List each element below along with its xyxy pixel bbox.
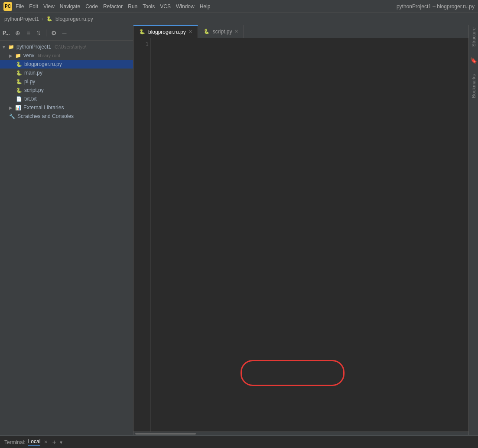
- tree-item-venv[interactable]: ▶ 📁 venv library root: [0, 51, 133, 60]
- py-icon-main: 🐍: [16, 69, 23, 76]
- tab-blogproger[interactable]: 🐍 blogproger.ru.py ✕: [133, 25, 198, 38]
- terminal-panel: Terminal: Local ✕ + ▾ Windows PowerShell…: [0, 435, 478, 448]
- menu-bar: File Edit View Navigate Code Refactor Ru…: [16, 3, 210, 10]
- menu-view[interactable]: View: [43, 3, 55, 10]
- tree-item-ext-libs[interactable]: ▶ 📊 External Libraries: [0, 103, 133, 112]
- tree-arrow-venv: ▶: [9, 53, 13, 58]
- tree-arrow-ext: ▶: [9, 105, 13, 110]
- tab-py-icon-1: 🐍: [139, 29, 146, 36]
- tree-main-name: main.py: [24, 70, 42, 76]
- app-logo: PC: [3, 2, 12, 11]
- folder-icon-root: 📁: [8, 43, 15, 50]
- tree-root-path: C:\Users\artyo\: [55, 44, 86, 49]
- line-numbers: 1: [133, 38, 151, 432]
- terminal-local-tab[interactable]: Local: [28, 438, 41, 446]
- project-toolbar: P... ⊕ ≡ ⥮ ⚙ ─: [0, 25, 133, 41]
- tree-scratches-name: Scratches and Consoles: [17, 113, 74, 119]
- folder-icon-venv: 📁: [15, 52, 22, 59]
- terminal-tab-menu[interactable]: ▾: [60, 439, 62, 445]
- editor-content: 1: [133, 38, 468, 432]
- tree-item-pi[interactable]: 🐍 pi.py: [0, 77, 133, 86]
- tab-close-2[interactable]: ✕: [234, 29, 238, 34]
- file-tree: ▼ 📁 pythonProject1 C:\Users\artyo\ ▶ 📁 v…: [0, 41, 133, 435]
- menu-edit[interactable]: Edit: [29, 3, 38, 10]
- scroll-thumb[interactable]: [135, 433, 196, 435]
- horizontal-scrollbar[interactable]: [133, 432, 468, 435]
- terminal-tab-bar: Terminal: Local ✕ + ▾: [0, 436, 478, 448]
- bookmarks-icon[interactable]: 🔖: [470, 57, 477, 64]
- project-panel: P... ⊕ ≡ ⥮ ⚙ ─ ▼ 📁 pythonProject1 C:\Use…: [0, 25, 133, 435]
- breadcrumb: pythonProject1 › 🐍 blogproger.ru.py: [0, 13, 478, 25]
- tree-venv-label: library root: [38, 53, 60, 58]
- project-panel-label: P...: [3, 30, 10, 36]
- bookmarks-label[interactable]: Bookmarks: [471, 74, 476, 98]
- tree-arrow-root: ▼: [2, 45, 6, 49]
- tab-script[interactable]: 🐍 script.py ✕: [198, 25, 244, 38]
- tree-blogproger-name: blogproger.ru.py: [24, 61, 62, 67]
- add-content-icon[interactable]: ⊕: [14, 29, 22, 37]
- tree-txt-name: txt.txt: [24, 96, 37, 102]
- tree-item-main[interactable]: 🐍 main.py: [0, 69, 133, 77]
- ext-lib-icon: 📊: [15, 104, 22, 111]
- breadcrumb-sep1: ›: [42, 16, 43, 22]
- terminal-tab-close[interactable]: ✕: [44, 439, 48, 445]
- tree-script-name: script.py: [24, 87, 44, 93]
- tab-close-1[interactable]: ✕: [189, 29, 192, 35]
- right-structure-tab: Structure 🔖 Bookmarks: [468, 25, 478, 435]
- code-area[interactable]: [151, 38, 468, 432]
- py-icon-script: 🐍: [16, 87, 23, 94]
- py-icon-blogproger: 🐍: [16, 61, 23, 68]
- breadcrumb-project[interactable]: pythonProject1: [4, 16, 39, 22]
- editor-area: 🐍 blogproger.ru.py ✕ 🐍 script.py ✕ 1: [133, 25, 468, 435]
- close-panel-icon[interactable]: ─: [60, 29, 68, 37]
- scratch-icon: 🔧: [9, 113, 16, 120]
- terminal-label: Terminal:: [4, 439, 26, 445]
- terminal-add-tab[interactable]: +: [52, 438, 56, 446]
- editor-tab-bar: 🐍 blogproger.ru.py ✕ 🐍 script.py ✕: [133, 25, 468, 38]
- main-layout: P... ⊕ ≡ ⥮ ⚙ ─ ▼ 📁 pythonProject1 C:\Use…: [0, 25, 478, 435]
- tab-label-1: blogproger.ru.py: [148, 29, 186, 35]
- tree-root-name: pythonProject1: [16, 44, 51, 50]
- menu-vcs[interactable]: VCS: [160, 3, 171, 10]
- tree-item-txt[interactable]: 📄 txt.txt: [0, 95, 133, 103]
- tree-pi-name: pi.py: [24, 78, 35, 85]
- tree-item-root[interactable]: ▼ 📁 pythonProject1 C:\Users\artyo\: [0, 43, 133, 51]
- menu-tools[interactable]: Tools: [143, 3, 155, 10]
- menu-refactor[interactable]: Refactor: [103, 3, 123, 10]
- menu-window[interactable]: Window: [176, 3, 195, 10]
- collapse-all-icon[interactable]: ≡: [24, 29, 32, 37]
- line-number-1: 1: [135, 41, 149, 47]
- tree-item-script[interactable]: 🐍 script.py: [0, 86, 133, 95]
- txt-icon: 📄: [16, 95, 23, 102]
- breadcrumb-file-icon: 🐍: [46, 16, 53, 23]
- window-title: pythonProject1 – blogproger.ru.py: [397, 3, 475, 10]
- settings-icon[interactable]: ⚙: [50, 29, 58, 37]
- breadcrumb-file[interactable]: blogproger.ru.py: [55, 16, 93, 22]
- tab-py-icon-2: 🐍: [203, 28, 210, 35]
- menu-navigate[interactable]: Navigate: [60, 3, 80, 10]
- menu-code[interactable]: Code: [85, 3, 98, 10]
- toolbar-separator: [46, 29, 46, 36]
- tree-venv-name: venv: [23, 52, 34, 59]
- expand-icon[interactable]: ⥮: [35, 29, 42, 37]
- menu-file[interactable]: File: [16, 3, 24, 10]
- py-icon-pi: 🐍: [16, 78, 23, 85]
- menu-run[interactable]: Run: [128, 3, 137, 10]
- titlebar: PC File Edit View Navigate Code Refactor…: [0, 0, 478, 13]
- menu-help[interactable]: Help: [200, 3, 211, 10]
- structure-label[interactable]: Structure: [471, 27, 476, 47]
- tree-item-blogproger[interactable]: 🐍 blogproger.ru.py: [0, 60, 133, 69]
- tree-item-scratches[interactable]: 🔧 Scratches and Consoles: [0, 112, 133, 121]
- tab-label-2: script.py: [213, 29, 232, 35]
- tree-ext-libs-name: External Libraries: [23, 105, 64, 111]
